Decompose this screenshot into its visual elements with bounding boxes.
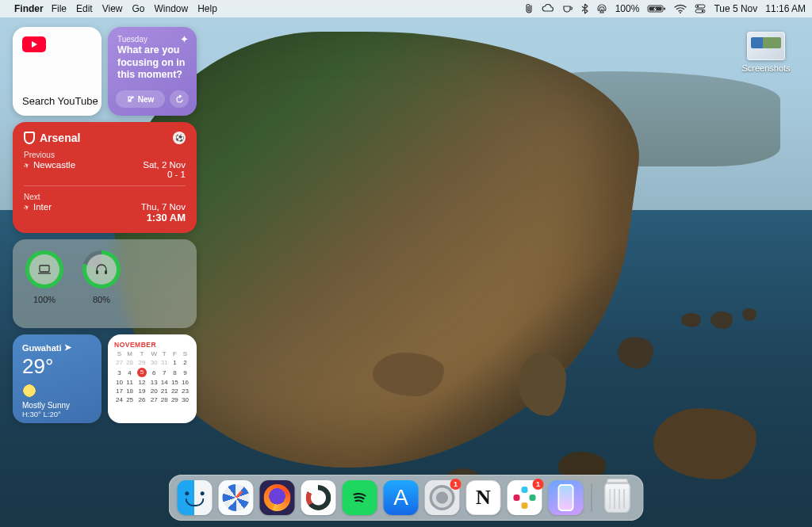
dock-app-notion[interactable]: N xyxy=(466,480,501,515)
calendar-grid: SMTWTFS272829303112345678910111213141516… xyxy=(114,350,190,404)
menu-edit[interactable]: Edit xyxy=(76,3,93,14)
laptop-battery-ring xyxy=(25,250,63,288)
dock-app-activity[interactable] xyxy=(301,480,336,515)
widgets-area: Search YouTube ✦ Tuesday What are you fo… xyxy=(13,27,203,423)
location-icon: ➤ xyxy=(64,342,71,353)
battery-percent: 100% xyxy=(615,3,640,14)
dock-app-slack[interactable]: 1 xyxy=(508,480,542,515)
sun-icon xyxy=(22,384,36,398)
widget-youtube[interactable]: Search YouTube xyxy=(13,27,102,116)
youtube-icon xyxy=(22,36,46,52)
widget-calendar[interactable]: NOVEMBER SMTWTFS272829303112345678910111… xyxy=(108,334,197,423)
focus-refresh-button[interactable] xyxy=(170,90,189,108)
focus-new-label: New xyxy=(138,95,155,104)
menubar-time[interactable]: 11:16 AM xyxy=(765,3,806,14)
team-crest-icon xyxy=(24,132,35,144)
next-date: Thu, 7 Nov xyxy=(141,202,186,212)
airdrop-icon[interactable] xyxy=(596,4,607,13)
menubar-status: 100% Tue 5 Nov 11:16 AM xyxy=(524,3,806,14)
menu-file[interactable]: File xyxy=(52,3,67,14)
away-icon: ✈ xyxy=(23,161,32,170)
svg-rect-2 xyxy=(664,8,665,10)
attachment-icon[interactable] xyxy=(524,3,534,14)
svg-rect-10 xyxy=(105,270,107,274)
widget-batteries[interactable]: 100% 80% xyxy=(13,239,197,328)
laptop-icon xyxy=(37,264,52,275)
wifi-icon[interactable] xyxy=(674,4,687,13)
weather-condition: Mostly Sunny xyxy=(22,401,92,410)
desktop-folder-screenshots[interactable]: Screenshots xyxy=(739,32,793,73)
folder-label: Screenshots xyxy=(739,63,793,73)
team-name: Arsenal xyxy=(40,132,80,144)
coffee-icon[interactable] xyxy=(562,4,573,13)
focus-new-button[interactable]: New xyxy=(116,90,165,108)
svg-point-3 xyxy=(680,12,681,13)
svg-rect-4 xyxy=(695,5,705,8)
dock-separator xyxy=(592,483,592,512)
dock-app-settings[interactable]: 1 xyxy=(425,480,460,515)
svg-rect-9 xyxy=(96,270,98,274)
weather-temp: 29° xyxy=(22,354,92,379)
headphones-battery-pct: 80% xyxy=(93,295,110,304)
dock-app-safari[interactable] xyxy=(219,480,254,515)
laptop-battery-pct: 100% xyxy=(33,295,56,304)
widget-focus[interactable]: ✦ Tuesday What are you focusing on in th… xyxy=(108,27,197,116)
calendar-month: NOVEMBER xyxy=(114,341,190,349)
weather-range: H:30° L:20° xyxy=(22,410,92,418)
next-opponent: Inter xyxy=(33,202,52,212)
widget-sports[interactable]: Arsenal ⚽ Previous ✈Newcastle Sat, 2 Nov… xyxy=(13,122,197,233)
prev-score: 0 - 1 xyxy=(143,170,186,179)
dock-app-phone-mirroring[interactable] xyxy=(549,480,584,515)
battery-icon[interactable] xyxy=(647,4,666,13)
svg-rect-8 xyxy=(40,265,49,272)
dock-app-spotify[interactable] xyxy=(343,480,377,515)
weather-location: Guwahati xyxy=(22,343,62,353)
menubar-date[interactable]: Tue 5 Nov xyxy=(714,3,757,14)
menu-help[interactable]: Help xyxy=(197,3,217,14)
next-time: 1:30 AM xyxy=(141,212,186,223)
cloud-sync-icon[interactable] xyxy=(542,4,554,13)
svg-rect-6 xyxy=(695,10,705,13)
headphones-icon xyxy=(94,263,109,276)
away-icon: ✈ xyxy=(23,203,32,212)
dock-trash[interactable] xyxy=(600,480,635,515)
league-icon: ⚽ xyxy=(173,132,186,144)
menubar-app-name[interactable]: Finder xyxy=(14,3,44,14)
focus-day: Tuesday xyxy=(117,35,187,44)
menu-view[interactable]: View xyxy=(102,3,123,14)
folder-thumbnail-icon xyxy=(747,32,785,60)
dock: A 1 N 1 xyxy=(169,475,644,521)
dock-app-finder[interactable] xyxy=(178,480,213,515)
focus-question: What are you focusing on in this moment? xyxy=(117,44,187,82)
svg-point-5 xyxy=(697,6,699,7)
menu-window[interactable]: Window xyxy=(155,3,189,14)
prev-heading: Previous xyxy=(24,151,186,159)
control-center-icon[interactable] xyxy=(695,4,706,13)
menu-go[interactable]: Go xyxy=(132,3,145,14)
next-heading: Next xyxy=(24,193,186,201)
menubar: Finder File Edit View Go Window Help 100… xyxy=(0,0,812,17)
settings-badge: 1 xyxy=(450,479,462,490)
slack-badge: 1 xyxy=(533,479,544,490)
dock-app-firefox[interactable] xyxy=(260,480,295,515)
prev-opponent: Newcastle xyxy=(33,160,75,170)
prev-date: Sat, 2 Nov xyxy=(143,160,186,170)
bluetooth-icon[interactable] xyxy=(581,3,588,14)
headphones-battery-ring xyxy=(82,250,121,288)
youtube-label: Search YouTube xyxy=(22,95,98,108)
widget-weather[interactable]: Guwahati➤ 29° Mostly Sunny H:30° L:20° xyxy=(13,334,102,423)
svg-point-7 xyxy=(702,10,703,12)
dock-app-appstore[interactable]: A xyxy=(384,480,419,515)
